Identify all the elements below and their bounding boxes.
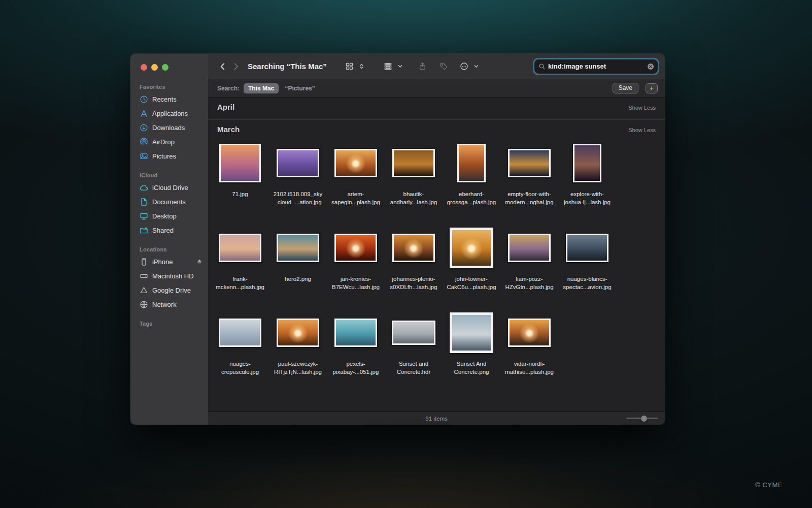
close-button[interactable] xyxy=(141,64,147,71)
file-thumbnail-box xyxy=(334,225,377,271)
file-thumbnail-box xyxy=(450,225,493,271)
file-thumbnail xyxy=(392,234,435,262)
sidebar: FavoritesRecentsApplicationsDownloadsAir… xyxy=(130,54,208,425)
photo-preview xyxy=(510,235,549,261)
shared-folder-icon xyxy=(140,226,148,235)
search-field[interactable] xyxy=(534,59,658,74)
file-item[interactable]: john-towner- CakC6u...plash.jpg xyxy=(443,225,500,291)
file-name: 2102.i518.009_sky _cloud_...ation.jpg xyxy=(274,190,323,206)
sidebar-item-label: Google Drive xyxy=(152,287,191,294)
file-item[interactable]: 71.jpg xyxy=(211,140,269,206)
show-less-button[interactable]: Show Less xyxy=(628,105,656,111)
thumbnail-size-slider[interactable] xyxy=(626,415,658,422)
file-thumbnail xyxy=(573,144,601,182)
scope-option-this-mac[interactable]: This Mac xyxy=(244,83,279,93)
file-item[interactable]: nuages-blancs- spectac...avion.jpg xyxy=(558,225,616,291)
file-name: nuages- crepuscule.jpg xyxy=(221,360,259,376)
sidebar-item-desktop[interactable]: Desktop xyxy=(130,209,208,223)
share-button[interactable] xyxy=(417,61,428,72)
window-title: Searching “This Mac” xyxy=(248,62,327,71)
sidebar-item-recents[interactable]: Recents xyxy=(130,92,208,106)
photo-preview xyxy=(394,235,433,261)
file-thumbnail-box xyxy=(277,225,319,271)
photo-preview xyxy=(336,235,376,261)
sidebar-section-title: Locations xyxy=(130,242,208,255)
sidebar-section-title: Favorites xyxy=(130,80,208,92)
status-bar: 91 items xyxy=(208,411,665,425)
eject-icon[interactable] xyxy=(196,258,203,265)
file-item[interactable]: empty-floor-with- modern...nghai.jpg xyxy=(500,140,558,206)
file-item[interactable]: jan-kronies- B7EWcu...lash.jpg xyxy=(327,225,385,291)
view-switcher[interactable] xyxy=(344,61,367,72)
sidebar-item-iphone[interactable]: iPhone xyxy=(130,255,208,269)
file-item[interactable]: bhautik- andhariy...lash.jpg xyxy=(385,140,443,206)
sidebar-item-airdrop[interactable]: AirDrop xyxy=(130,135,208,149)
file-thumbnail-box xyxy=(219,309,261,356)
sidebar-section-title: Tags xyxy=(130,316,208,329)
sidebar-item-network[interactable]: Network xyxy=(130,297,208,311)
minimize-button[interactable] xyxy=(151,64,158,71)
sidebar-item-google-drive[interactable]: Google Drive xyxy=(130,283,208,297)
file-thumbnail xyxy=(392,149,435,177)
file-thumbnail xyxy=(334,149,377,177)
google-drive-icon xyxy=(140,286,148,295)
file-thumbnail-box xyxy=(277,309,319,356)
sidebar-item-applications[interactable]: Applications xyxy=(130,106,208,120)
search-input[interactable] xyxy=(548,62,644,70)
applications-icon xyxy=(140,109,148,118)
sidebar-item-icloud-drive[interactable]: iCloud Drive xyxy=(130,180,208,195)
file-item[interactable]: johannes-plenio- s0XDLfh...lash.jpg xyxy=(385,225,443,291)
file-item[interactable]: liam-pozz- HZvGtn...plash.jpg xyxy=(500,225,558,291)
file-item[interactable]: paul-szewczyk- RITjzTjN...lash.jpg xyxy=(269,309,327,376)
traffic-lights xyxy=(130,63,208,80)
search-results: AprilShow LessMarchShow Less71.jpg2102.i… xyxy=(208,98,665,411)
file-item[interactable]: explore-with- joshua-lj...lash.jpg xyxy=(558,140,616,206)
photo-preview xyxy=(452,315,491,351)
tags-button[interactable] xyxy=(438,61,450,72)
sidebar-item-shared[interactable]: Shared xyxy=(130,223,208,237)
add-criteria-button[interactable]: + xyxy=(646,83,658,93)
file-item[interactable]: frank- mckenn...plash.jpg xyxy=(211,225,269,291)
sidebar-item-label: iCloud Drive xyxy=(152,184,188,192)
globe-icon xyxy=(140,300,148,309)
sidebar-sections: FavoritesRecentsApplicationsDownloadsAir… xyxy=(130,80,208,329)
search-icon xyxy=(538,63,546,70)
more-options-control[interactable] xyxy=(459,61,482,72)
sidebar-item-label: Pictures xyxy=(152,152,176,160)
file-item[interactable]: Sunset And Concrete.png xyxy=(443,309,500,376)
sidebar-item-pictures[interactable]: Pictures xyxy=(130,149,208,163)
file-thumbnail xyxy=(450,312,493,353)
group-by-control[interactable] xyxy=(383,61,406,72)
section-header-march: MarchShow Less xyxy=(208,120,665,134)
document-icon xyxy=(140,198,148,206)
file-item[interactable]: nuages- crepuscule.jpg xyxy=(211,309,269,376)
photo-preview xyxy=(574,145,600,181)
file-item[interactable]: Sunset and Concrete.hdr xyxy=(385,309,443,376)
sidebar-item-documents[interactable]: Documents xyxy=(130,195,208,209)
show-less-button[interactable]: Show Less xyxy=(628,127,656,133)
sidebar-item-macintosh-hd[interactable]: Macintosh HD xyxy=(130,269,208,283)
file-item[interactable]: hero2.png xyxy=(269,225,327,291)
file-item[interactable]: 2102.i518.009_sky _cloud_...ation.jpg xyxy=(269,140,327,206)
file-item[interactable]: eberhard- grossga...plash.jpg xyxy=(443,140,500,206)
save-search-button[interactable]: Save xyxy=(613,83,638,93)
zoom-button[interactable] xyxy=(162,64,168,71)
file-thumbnail-box xyxy=(450,309,493,356)
forward-button[interactable] xyxy=(229,60,243,73)
scope-option-pictures[interactable]: “Pictures” xyxy=(284,83,316,93)
file-item[interactable]: vidar-nordli- mathise...plash.jpg xyxy=(500,309,558,376)
airdrop-icon xyxy=(140,138,148,146)
back-button[interactable] xyxy=(216,60,229,73)
file-thumbnail xyxy=(457,144,486,182)
sidebar-item-downloads[interactable]: Downloads xyxy=(130,120,208,135)
file-thumbnail xyxy=(508,234,551,262)
slider-knob[interactable] xyxy=(641,416,647,422)
pictures-icon xyxy=(140,152,148,161)
file-thumbnail-box xyxy=(457,140,486,186)
finder-window: FavoritesRecentsApplicationsDownloadsAir… xyxy=(130,54,665,425)
file-name: explore-with- joshua-lj...lash.jpg xyxy=(564,190,611,206)
file-item[interactable]: pexels- pixabay-...051.jpg xyxy=(327,309,385,376)
clear-search-icon[interactable] xyxy=(647,62,655,71)
view-chevrons-icon xyxy=(356,61,367,72)
file-item[interactable]: artem- sapegin...plash.jpg xyxy=(327,140,385,206)
